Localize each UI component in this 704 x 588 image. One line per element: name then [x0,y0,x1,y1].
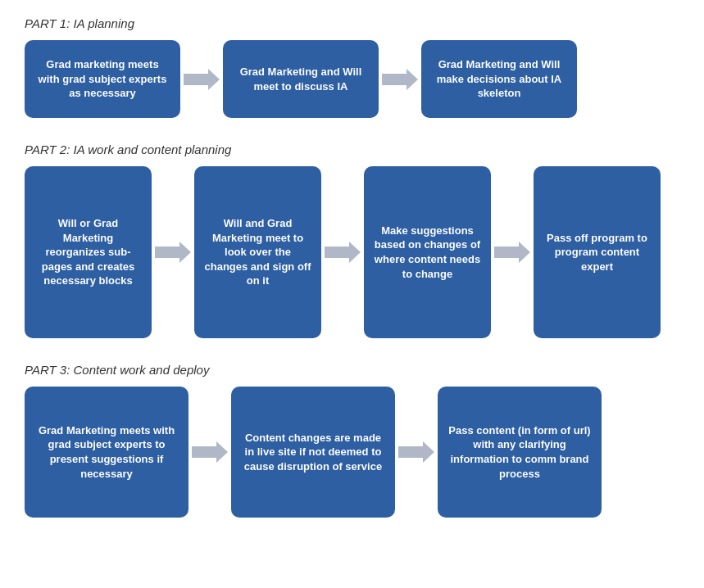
section-part1: PART 1: IA planningGrad marketing meets … [25,16,679,118]
section-part2: PART 2: IA work and content planningWill… [25,142,679,338]
flow-row-part3: Grad Marketing meets with grad subject e… [25,387,679,518]
box-part3-0: Grad Marketing meets with grad subject e… [25,387,188,518]
svg-marker-6 [398,441,434,463]
box-part2-2: Make suggestions based on changes of whe… [364,166,491,338]
svg-marker-2 [155,242,191,263]
flow-row-part2: Will or Grad Marketing reorganizes sub-p… [25,166,679,338]
svg-marker-3 [325,242,361,263]
section-title-part2: PART 2: IA work and content planning [25,142,679,156]
arrow-part1-0 [180,67,223,92]
flow-row-part1: Grad marketing meets with grad subject e… [25,40,679,118]
section-title-part1: PART 1: IA planning [25,16,679,30]
section-part3: PART 3: Content work and deployGrad Mark… [25,363,679,518]
arrow-part2-1 [321,240,364,265]
box-part2-0: Will or Grad Marketing reorganizes sub-p… [25,166,152,338]
arrow-part2-2 [491,240,534,265]
box-part1-0: Grad marketing meets with grad subject e… [25,40,180,118]
diagram-container: PART 1: IA planningGrad marketing meets … [25,16,679,518]
box-part3-2: Pass content (in form of url) with any c… [438,387,602,518]
svg-marker-1 [382,69,418,90]
arrow-part3-1 [395,440,438,464]
arrow-part3-0 [188,440,231,464]
box-part1-2: Grad Marketing and Will make decisions a… [421,40,577,118]
arrow-part2-0 [152,240,194,265]
svg-marker-5 [192,441,228,463]
svg-marker-4 [494,242,530,263]
arrow-part1-1 [379,67,421,92]
section-title-part3: PART 3: Content work and deploy [25,363,679,377]
box-part2-3: Pass off program to program content expe… [534,166,661,338]
svg-marker-0 [184,69,220,90]
box-part1-1: Grad Marketing and Will meet to discuss … [223,40,379,118]
box-part2-1: Will and Grad Marketing meet to look ove… [194,166,321,338]
box-part3-1: Content changes are made in live site if… [231,387,395,518]
